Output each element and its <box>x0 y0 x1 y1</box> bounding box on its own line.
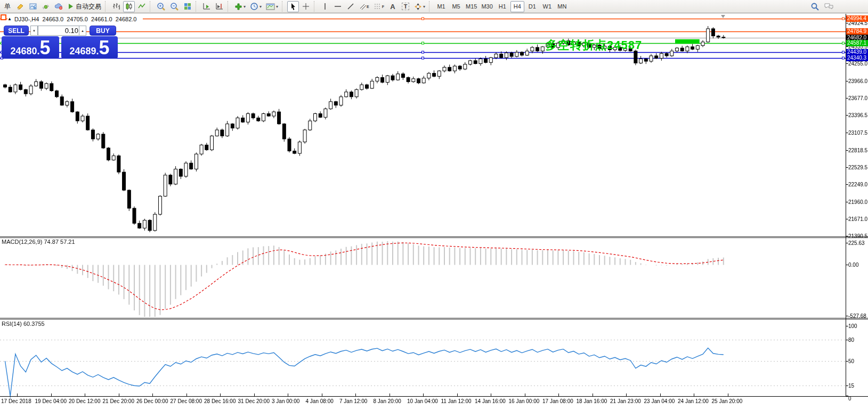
price-axis-label: 21960.0 <box>848 199 867 205</box>
timeframe-m1-button[interactable]: M1 <box>434 1 448 12</box>
chart-open-value: 24663.0 <box>42 16 63 22</box>
candlestick-mode-icon[interactable] <box>123 1 135 12</box>
orders-menu-button[interactable]: 单 <box>2 1 13 12</box>
candlestick-chart-canvas[interactable] <box>0 0 868 410</box>
toolbar-separator <box>282 1 285 12</box>
chart-low-value: 24661.0 <box>91 16 112 22</box>
time-axis-label: 20 Dec 12:00 <box>69 398 101 404</box>
timeframe-m30-button[interactable]: M30 <box>480 1 494 12</box>
buy-price[interactable]: 24689 . 5 <box>61 36 118 59</box>
timeframe-h4-button[interactable]: H4 <box>510 1 524 12</box>
timeframe-mn-button[interactable]: MN <box>555 1 569 12</box>
price-axis-label: 21671.0 <box>848 216 867 222</box>
rsi-axis-label: 15 <box>848 383 867 389</box>
mt4-trading-platform: { "toolbar": { "menu_label": "单", "autot… <box>0 0 868 410</box>
hline-price-tag[interactable]: 24784.9 <box>846 28 868 35</box>
periods-button[interactable]: ▾ <box>248 1 263 12</box>
rsi-indicator-label: RSI(14) 60.3755 <box>2 321 45 327</box>
bar-chart-mode-icon[interactable] <box>110 1 122 12</box>
profile-icon[interactable] <box>27 1 39 12</box>
time-axis-label: 21 Jan 23:00 <box>610 398 641 404</box>
price-axis-label: 23966.0 <box>848 78 867 84</box>
templates-button[interactable]: ▾ <box>264 1 280 12</box>
new-order-icon[interactable] <box>14 1 26 12</box>
periods-caret-icon: ▾ <box>259 4 262 9</box>
chart-shift-icon[interactable] <box>214 1 225 12</box>
time-axis-label: 10 Jan 04:00 <box>407 398 438 404</box>
hline-price-tag[interactable]: 24994.4 <box>846 15 868 22</box>
chat-icon[interactable] <box>822 1 835 12</box>
price-axis-label: 22818.5 <box>848 147 867 153</box>
time-axis-label: 28 Dec 16:00 <box>204 398 236 404</box>
hline-price-tag[interactable]: 24587.1 <box>846 40 868 46</box>
time-axis-label: 17 Jan 08:00 <box>542 398 573 404</box>
time-axis-label: 8 Jan 20:00 <box>374 398 401 404</box>
channel-tool-icon[interactable]: E <box>358 1 371 12</box>
macd-axis-label: -527.68 <box>848 313 867 319</box>
toolbar-separator <box>196 1 199 12</box>
price-axis-label: 23677.0 <box>848 95 867 101</box>
line-chart-mode-icon[interactable] <box>136 1 148 12</box>
arrows-caret-icon: ▾ <box>423 4 425 9</box>
one-click-trading-panel: SELL ▼ ▲ BUY 24680 . 5 24689 . 5 <box>2 24 118 59</box>
rsi-axis-label: 0 <box>848 396 867 401</box>
buy-price-int: 24689 <box>69 46 96 57</box>
sell-price[interactable]: 24680 . 5 <box>2 36 59 59</box>
time-axis-label: 4 Jan 08:00 <box>306 398 334 404</box>
text-label-tool-icon[interactable]: T <box>400 1 411 12</box>
arrows-tool-button[interactable]: ▾ <box>412 1 427 12</box>
channel-tool-letter: E <box>367 5 369 9</box>
fibonacci-tool-icon[interactable]: F <box>372 1 386 12</box>
time-axis-label: 7 Jan 12:00 <box>339 398 367 404</box>
indicators-button[interactable]: ▾ <box>233 1 247 12</box>
search-icon[interactable] <box>809 1 821 12</box>
volume-input[interactable] <box>38 26 81 36</box>
trendline-tool-icon[interactable] <box>345 1 356 12</box>
chart-text-annotation[interactable]: 多空转折点24587 <box>546 37 642 53</box>
timeframe-w1-button[interactable]: W1 <box>540 1 554 12</box>
buy-button[interactable]: BUY <box>90 26 116 36</box>
crosshair-tool-icon[interactable] <box>300 1 312 12</box>
text-tool-icon[interactable]: A <box>387 1 399 12</box>
zoom-in-icon[interactable] <box>155 1 167 12</box>
toolbar-right-group <box>808 1 836 12</box>
autotrading-button[interactable]: 自动交易 <box>66 1 103 12</box>
sell-price-int: 24680 <box>10 46 37 57</box>
vertical-line-tool-icon[interactable] <box>319 1 331 12</box>
chart-window-icon[interactable] <box>1 14 6 20</box>
timeframe-m15-button[interactable]: M15 <box>464 1 478 12</box>
timeframe-m5-button[interactable]: M5 <box>449 1 463 12</box>
market-cloud-icon[interactable] <box>53 1 65 12</box>
time-axis-label: 17 Dec 2018 <box>1 398 31 404</box>
chart-title: ▲ DJ30-,H4 24663.0 24705.0 24661.0 24682… <box>7 15 143 22</box>
sell-button[interactable]: SELL <box>4 26 29 36</box>
tile-windows-icon[interactable] <box>182 1 193 12</box>
time-axis-label: 21 Dec 20:00 <box>103 398 135 404</box>
volume-decrease-button[interactable]: ▼ <box>30 26 38 36</box>
orders-menu-label: 单 <box>4 2 11 11</box>
auto-scroll-icon[interactable] <box>201 1 213 12</box>
time-axis-label: 16 Jan 00:00 <box>509 398 540 404</box>
chart-high-value: 24705.0 <box>67 16 88 22</box>
collapse-triangle-icon[interactable]: ▲ <box>7 17 12 21</box>
time-axis-label: 18 Jan 16:00 <box>577 398 607 404</box>
zoom-out-icon[interactable] <box>168 1 181 12</box>
timeframe-d1-button[interactable]: D1 <box>525 1 539 12</box>
timeframe-h1-button[interactable]: H1 <box>496 1 509 12</box>
cursor-tool-icon[interactable] <box>287 1 299 12</box>
indicators-caret-icon: ▾ <box>244 4 246 9</box>
time-axis-label: 11 Jan 12:00 <box>441 398 472 404</box>
time-axis-label: 31 Dec 20:00 <box>238 398 270 404</box>
macd-indicator-label: MACD(12,26,9) 74.87 57.21 <box>2 239 75 245</box>
signals-icon[interactable] <box>40 1 52 12</box>
text-tool-letter: A <box>390 3 395 11</box>
rsi-axis-label: 50 <box>848 358 867 364</box>
toolbar-separator <box>314 1 317 12</box>
price-axis-label: 23107.5 <box>848 130 867 136</box>
hline-price-tag[interactable]: 24340.3 <box>846 55 868 61</box>
chart-close-value: 24682.0 <box>116 16 137 22</box>
toolbar: 单 自动交易 ▾ ▾ ▾ E F A T ▾ M1M5M15M30H1H4D1W… <box>0 0 868 13</box>
horizontal-line-tool-icon[interactable] <box>332 1 344 12</box>
time-axis-label: 23 Jan 04:00 <box>644 398 675 404</box>
volume-increase-button[interactable]: ▲ <box>79 26 86 36</box>
